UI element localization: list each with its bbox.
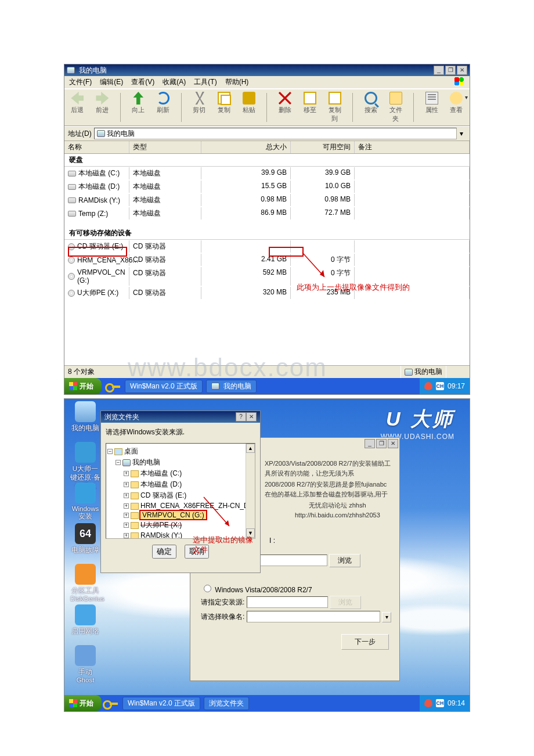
tray-clock: 09:17 <box>448 382 465 390</box>
tree-node[interactable]: +本地磁盘 (D:) <box>107 479 254 490</box>
my-computer-icon <box>97 130 105 137</box>
close-button[interactable]: ✕ <box>457 66 467 75</box>
drive-icon <box>131 470 139 477</box>
col-size[interactable]: 总大小 <box>201 141 291 153</box>
menu-tools[interactable]: 工具(T) <box>194 77 217 87</box>
drive-row[interactable]: 本地磁盘 (D:)本地磁盘15.5 GB10.0 GB <box>64 180 470 193</box>
tray-shield-icon[interactable] <box>424 699 432 707</box>
source-input-2[interactable] <box>247 596 328 608</box>
drive-row[interactable]: CD 驱动器 (E:)CD 驱动器 <box>64 240 470 253</box>
maximize-button[interactable]: ❐ <box>445 66 456 75</box>
tray-ime-icon[interactable]: CH <box>436 699 444 707</box>
cd-icon <box>68 243 75 250</box>
ok-button[interactable]: 确定 <box>152 545 176 559</box>
back-button[interactable]: 后退 <box>69 92 86 123</box>
drive-icon <box>131 532 139 539</box>
drive-row[interactable]: 本地磁盘 (C:)本地磁盘39.9 GB39.9 GB <box>64 167 470 180</box>
refresh-button[interactable]: 刷新 <box>155 92 172 123</box>
status-right: 我的电脑 <box>401 366 446 378</box>
folders-button[interactable]: 文件夹 <box>387 92 404 123</box>
taskbar: 开始 Win$Man v2.0 正式版 我的电脑 CH 09:17 <box>64 378 470 394</box>
window-titlebar: 我的电脑 _ ❐ ✕ <box>64 64 470 76</box>
browse-button-1[interactable]: 浏览 <box>329 554 360 567</box>
wizard-credit: 无忧启动论坛 zhhsh http://hi.baidu.com/zhhsh20… <box>295 501 380 520</box>
desktop-icon[interactable]: 启用网络 <box>70 604 100 636</box>
start-button[interactable]: 开始 <box>64 378 102 394</box>
paste-button[interactable]: 粘贴 <box>241 92 258 123</box>
drive-row[interactable]: Temp (Z:)本地磁盘86.9 MB72.7 MB <box>64 207 470 220</box>
copy-button[interactable]: 复制 <box>216 92 233 123</box>
address-dropdown-button[interactable]: ▾ <box>457 129 466 138</box>
image-select[interactable] <box>247 611 380 622</box>
menu-view[interactable]: 查看(V) <box>131 77 154 87</box>
start-button[interactable]: 开始 <box>64 695 102 711</box>
copyto-icon <box>329 92 341 105</box>
col-name[interactable]: 名称 <box>64 141 129 153</box>
cut-button[interactable]: 剪切 <box>191 92 208 123</box>
tray-clock: 09:14 <box>448 699 465 707</box>
desktop-icon[interactable]: 64电脑故障 <box>70 523 100 555</box>
desktop-icon <box>114 448 122 455</box>
wizard-max-button[interactable]: ❐ <box>376 439 387 448</box>
browse-help-button[interactable]: ? <box>236 412 246 422</box>
col-type[interactable]: 类型 <box>129 141 201 153</box>
file-list: 硬盘 本地磁盘 (C:)本地磁盘39.9 GB39.9 GB本地磁盘 (D:)本… <box>64 154 470 365</box>
menu-favorites[interactable]: 收藏(A) <box>163 77 186 87</box>
my-computer-icon <box>211 383 219 390</box>
tree-node[interactable]: +本地磁盘 (C:) <box>107 468 254 479</box>
col-note[interactable]: 备注 <box>355 141 470 153</box>
browse-button-2[interactable]: 浏览 <box>330 596 361 609</box>
brand-name: U 大师 <box>381 406 454 433</box>
folder-tree[interactable]: −桌面 −我的电脑 +本地磁盘 (C:)+本地磁盘 (D:)+CD 驱动器 (E… <box>106 443 255 539</box>
system-tray: CH 09:14 <box>420 695 470 711</box>
menu-help[interactable]: 帮助(H) <box>225 77 249 87</box>
search-icon <box>365 92 377 105</box>
forward-button[interactable]: 前进 <box>94 92 111 123</box>
drive-row[interactable]: RAMDisk (Y:)本地磁盘0.98 MB0.98 MB <box>64 193 470 207</box>
disk-icon <box>68 171 76 177</box>
desktop-icon[interactable]: 手动Ghost <box>70 645 100 683</box>
taskbar-app-winsman[interactable]: Win$Man v2.0 正式版 <box>122 697 200 710</box>
key-icon <box>105 381 121 391</box>
next-button[interactable]: 下一步 <box>341 634 389 650</box>
menu-file[interactable]: 文件(F) <box>69 77 92 87</box>
window-title: 我的电脑 <box>79 66 107 75</box>
tree-scrollbar[interactable]: ▲▼ <box>246 444 255 538</box>
taskbar-app-winsman[interactable]: Win$Man v2.0 正式版 <box>125 380 203 393</box>
field-i-label: I : <box>269 537 275 545</box>
browse-close-button[interactable]: ✕ <box>246 412 257 422</box>
tray-shield-icon[interactable] <box>424 382 432 390</box>
desktop-icon[interactable]: 分区工具 DiskGenius <box>70 564 100 602</box>
folder-icon <box>389 92 402 105</box>
paste-icon <box>243 92 255 105</box>
image-dropdown-icon[interactable]: ▾ <box>382 612 391 622</box>
properties-button[interactable]: 属性 <box>423 92 440 123</box>
up-button[interactable]: 向上 <box>130 92 147 123</box>
taskbar-app-my-computer[interactable]: 我的电脑 <box>206 380 257 393</box>
scroll-up-icon[interactable]: ▲ <box>246 444 255 453</box>
group-hdd: 硬盘 <box>64 154 470 167</box>
radio-vista7[interactable] <box>204 585 211 592</box>
screenshot-my-computer: 我的电脑 _ ❐ ✕ 文件(F) 编辑(E) 查看(V) 收藏(A) 工具(T)… <box>64 64 470 395</box>
wizard-min-button[interactable]: _ <box>365 439 375 448</box>
taskbar-app-browse[interactable]: 浏览文件夹 <box>204 697 249 710</box>
drive-icon <box>131 481 139 488</box>
wizard-close-button[interactable]: ✕ <box>388 439 398 448</box>
moveto-button[interactable]: 移至 <box>301 92 318 123</box>
my-computer-icon <box>67 67 75 74</box>
annotation-arrow-icon <box>204 497 239 532</box>
copyto-button[interactable]: 复制到 <box>326 92 343 123</box>
menu-edit[interactable]: 编辑(E) <box>100 77 123 87</box>
disk-icon <box>68 184 76 190</box>
delete-button[interactable]: 删除 <box>276 92 293 123</box>
minimize-button[interactable]: _ <box>434 66 444 75</box>
forward-icon <box>96 92 109 105</box>
col-free[interactable]: 可用空间 <box>291 141 355 153</box>
views-button[interactable]: 查看 <box>448 92 465 123</box>
search-button[interactable]: 搜索 <box>362 92 379 123</box>
tray-ime-icon[interactable]: CH <box>436 382 444 390</box>
desktop-icon[interactable]: 我的电脑 <box>70 401 100 433</box>
address-input[interactable]: 我的电脑 <box>94 128 457 139</box>
desktop-icon[interactable]: Windows安装 <box>70 483 100 521</box>
drive-row[interactable]: HRM_CENA_X86...CD 驱动器2.41 GB0 字节 <box>64 253 470 267</box>
